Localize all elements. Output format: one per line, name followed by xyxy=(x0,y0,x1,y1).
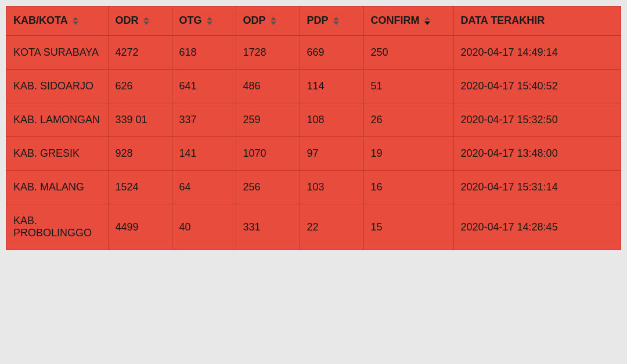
header-data-terakhir: DATA TERAKHIR xyxy=(453,6,621,35)
cell-data_terakhir: 2020-04-17 15:32:50 xyxy=(453,103,621,137)
cell-confirm: 250 xyxy=(363,35,453,70)
cell-confirm: 15 xyxy=(363,204,453,250)
cell-confirm: 16 xyxy=(363,171,453,204)
cell-odp: 259 xyxy=(236,103,300,137)
cell-data_terakhir: 2020-04-17 13:48:00 xyxy=(453,137,621,171)
cell-odr: 1524 xyxy=(108,171,172,204)
cell-pdp: 97 xyxy=(300,137,363,171)
cell-confirm: 51 xyxy=(363,70,453,103)
cell-confirm: 19 xyxy=(363,137,453,171)
cell-kab: KAB. SIDOARJO xyxy=(6,70,108,103)
header-otg[interactable]: OTG xyxy=(172,6,236,35)
sort-icon-kab xyxy=(73,17,78,25)
cell-otg: 40 xyxy=(172,204,236,250)
data-table: KAB/KOTA ODR xyxy=(6,6,621,250)
cell-pdp: 103 xyxy=(300,171,363,204)
table-row: KAB. SIDOARJO626641486114512020-04-17 15… xyxy=(6,70,621,103)
cell-odp: 486 xyxy=(236,70,300,103)
cell-odp: 256 xyxy=(236,171,300,204)
table-row: KAB. MALANG152464256103162020-04-17 15:3… xyxy=(6,171,621,204)
cell-odr: 4272 xyxy=(108,35,172,70)
cell-odp: 1728 xyxy=(236,35,300,70)
cell-kab: KAB. MALANG xyxy=(6,171,108,204)
sort-icon-confirm xyxy=(424,17,430,25)
cell-odp: 1070 xyxy=(236,137,300,171)
cell-otg: 337 xyxy=(172,103,236,137)
table-header-row: KAB/KOTA ODR xyxy=(6,6,621,35)
table-row: KOTA SURABAYA427261817286692502020-04-17… xyxy=(6,35,621,70)
cell-pdp: 108 xyxy=(300,103,363,137)
sort-icon-pdp xyxy=(333,17,339,25)
cell-otg: 641 xyxy=(172,70,236,103)
cell-confirm: 26 xyxy=(363,103,453,137)
header-pdp[interactable]: PDP xyxy=(300,6,363,35)
cell-pdp: 669 xyxy=(300,35,363,70)
cell-pdp: 22 xyxy=(300,204,363,250)
cell-odr: 928 xyxy=(108,137,172,171)
cell-data_terakhir: 2020-04-17 15:40:52 xyxy=(453,70,621,103)
sort-icon-odp xyxy=(271,17,276,25)
cell-kab: KOTA SURABAYA xyxy=(6,35,108,70)
table-row: KAB. PROBOLINGGO44994033122152020-04-17 … xyxy=(6,204,621,250)
cell-otg: 64 xyxy=(172,171,236,204)
cell-otg: 618 xyxy=(172,35,236,70)
cell-kab: KAB. PROBOLINGGO xyxy=(6,204,108,250)
header-confirm[interactable]: CONFIRM xyxy=(363,6,453,35)
cell-data_terakhir: 2020-04-17 14:28:45 xyxy=(453,204,621,250)
cell-odr: 339 01 xyxy=(108,103,172,137)
table-row: KAB. LAMONGAN339 01337259108262020-04-17… xyxy=(6,103,621,137)
cell-odr: 626 xyxy=(108,70,172,103)
header-odr[interactable]: ODR xyxy=(108,6,172,35)
cell-data_terakhir: 2020-04-17 14:49:14 xyxy=(453,35,621,70)
cell-otg: 141 xyxy=(172,137,236,171)
cell-odp: 331 xyxy=(236,204,300,250)
sort-icon-odr xyxy=(143,17,149,25)
table-row: KAB. GRESIK928141107097192020-04-17 13:4… xyxy=(6,137,621,171)
header-kab[interactable]: KAB/KOTA xyxy=(6,6,108,35)
sort-icon-otg xyxy=(207,17,212,25)
cell-pdp: 114 xyxy=(300,70,363,103)
cell-odr: 4499 xyxy=(108,204,172,250)
cell-kab: KAB. LAMONGAN xyxy=(6,103,108,137)
cell-kab: KAB. GRESIK xyxy=(6,137,108,171)
header-odp[interactable]: ODP xyxy=(236,6,300,35)
cell-data_terakhir: 2020-04-17 15:31:14 xyxy=(453,171,621,204)
